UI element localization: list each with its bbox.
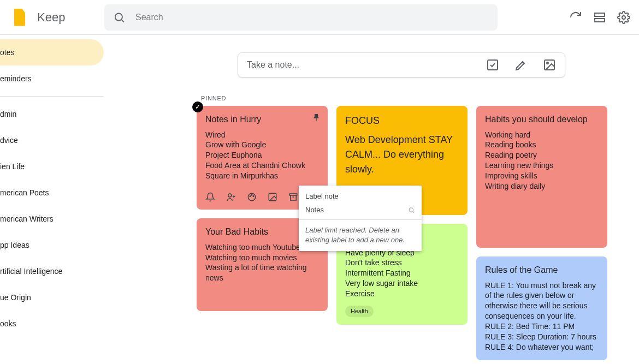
note-line: Reading poetry	[485, 150, 599, 160]
pin-icon[interactable]	[311, 112, 321, 125]
sidebar-label-item[interactable]: dvice	[0, 127, 104, 153]
sidebar-item-label: rtificial Intelligence	[0, 267, 62, 276]
svg-point-14	[253, 196, 254, 197]
note-line: RULE 2: Bed Time: 11 PM	[485, 321, 599, 332]
sidebar: otes eminders dmin dvice ien Life merica…	[0, 35, 104, 337]
sidebar-item-label: merican Poets	[0, 188, 49, 197]
search-bar[interactable]	[104, 4, 498, 31]
take-note-placeholder: Take a note...	[247, 60, 486, 70]
note-line: Food Area at Chandni Chowk	[205, 160, 319, 171]
label-note-popup: Label note Label limit reached. Delete a…	[299, 186, 422, 251]
note-line: Watching too much movies	[205, 253, 319, 263]
sidebar-item-reminders[interactable]: eminders	[0, 65, 104, 92]
new-list-icon[interactable]	[486, 58, 499, 71]
svg-point-18	[409, 207, 413, 211]
note-line: RULE 3: Sleep Duration: 7 hours	[485, 332, 599, 342]
label-popup-title: Label note	[299, 186, 422, 204]
header: Keep	[0, 0, 639, 35]
svg-line-19	[413, 211, 414, 212]
note-title: Rules of the Game	[485, 264, 599, 276]
note-line: Wasting a lot of time watching news	[205, 262, 319, 283]
label-search-input[interactable]	[305, 206, 405, 214]
note-line: Working hard	[485, 130, 599, 140]
sidebar-item-label: dvice	[0, 136, 18, 145]
svg-rect-2	[595, 13, 605, 16]
search-icon	[113, 11, 126, 24]
sidebar-label-item[interactable]: pp Ideas	[0, 232, 104, 258]
archive-icon[interactable]	[288, 192, 298, 202]
note-line: RULE 1: You must not break any of the ru…	[485, 281, 599, 322]
note-line: Very low sugar intake	[345, 278, 459, 289]
svg-rect-5	[488, 60, 498, 70]
new-drawing-icon[interactable]	[514, 58, 528, 71]
settings-gear-icon[interactable]	[617, 11, 630, 24]
sidebar-label-item[interactable]: dmin	[0, 101, 104, 127]
note-line: RULE 4: Do whatever you want;	[485, 342, 599, 353]
sidebar-label-item[interactable]: ien Life	[0, 153, 104, 180]
reminder-icon[interactable]	[205, 192, 215, 202]
svg-point-4	[622, 16, 625, 19]
note-line: Writing diary daily	[485, 181, 599, 192]
note-line: Wired	[205, 130, 319, 140]
svg-point-0	[115, 13, 122, 20]
sidebar-item-label: dmin	[0, 110, 16, 118]
section-pinned-label: PINNED	[201, 95, 606, 102]
note-title: Notes in Hurry	[205, 114, 319, 126]
color-icon[interactable]	[247, 192, 257, 202]
header-actions	[569, 11, 630, 24]
sidebar-item-label: pp Ideas	[0, 241, 29, 249]
note-line: Reading books	[485, 140, 599, 150]
collaborator-icon[interactable]	[226, 192, 236, 202]
label-chip[interactable]: Health	[345, 306, 374, 317]
note-line: Intermittent Fasting	[345, 268, 459, 278]
app-name: Keep	[37, 10, 65, 25]
sidebar-item-label: merican Writers	[0, 214, 54, 223]
sidebar-label-item[interactable]: merican Poets	[0, 180, 104, 206]
note-card[interactable]: Rules of the Game RULE 1: You must not b…	[476, 256, 607, 360]
take-note-actions	[486, 58, 556, 71]
note-line: Learning new things	[485, 160, 599, 171]
svg-rect-16	[289, 194, 297, 195]
list-view-icon[interactable]	[593, 11, 606, 24]
note-line: Grow with Google	[205, 140, 319, 150]
note-title: FOCUS	[345, 114, 459, 128]
sidebar-separator	[0, 96, 104, 97]
image-icon[interactable]	[268, 192, 277, 202]
sidebar-item-label: ien Life	[0, 162, 25, 171]
selected-badge-icon[interactable]: ✓	[192, 102, 203, 112]
note-line: Square in Mirpurkhas	[205, 171, 319, 181]
note-line: Don't take stress	[345, 258, 459, 268]
refresh-icon[interactable]	[569, 11, 582, 24]
sidebar-label-item[interactable]: ue Origin	[0, 284, 104, 311]
search-icon	[408, 206, 415, 214]
sidebar-item-label: eminders	[0, 74, 32, 83]
new-image-icon[interactable]	[543, 58, 556, 71]
label-popup-search	[299, 204, 422, 219]
take-note-bar[interactable]: Take a note...	[238, 52, 565, 77]
keep-logo	[9, 7, 31, 28]
sidebar-label-item[interactable]: rtificial Intelligence	[0, 258, 104, 284]
svg-rect-3	[595, 19, 605, 22]
svg-point-12	[250, 196, 251, 197]
sidebar-item-label: ooks	[0, 319, 16, 328]
svg-point-8	[228, 194, 232, 197]
label-popup-message: Label limit reached. Delete an existing …	[299, 219, 422, 251]
sidebar-label-item[interactable]: ooks	[0, 311, 104, 337]
note-line: Improving skills	[485, 171, 599, 181]
note-body: Web Development STAY CALM... Do everythi…	[345, 133, 459, 177]
sidebar-item-label: otes	[0, 48, 14, 57]
svg-point-13	[251, 195, 252, 196]
sidebar-item-label: ue Origin	[0, 293, 31, 302]
svg-line-1	[122, 20, 124, 22]
note-title: Habits you should develop	[485, 114, 599, 126]
sidebar-label-item[interactable]: merican Writers	[0, 206, 104, 232]
sidebar-item-notes[interactable]: otes	[0, 39, 104, 65]
note-line: Exercise	[345, 289, 459, 299]
note-line: Project Euphoria	[205, 150, 319, 160]
search-input[interactable]	[135, 13, 489, 22]
note-card[interactable]: Habits you should develop Working hard R…	[476, 106, 607, 248]
svg-point-7	[547, 62, 548, 64]
